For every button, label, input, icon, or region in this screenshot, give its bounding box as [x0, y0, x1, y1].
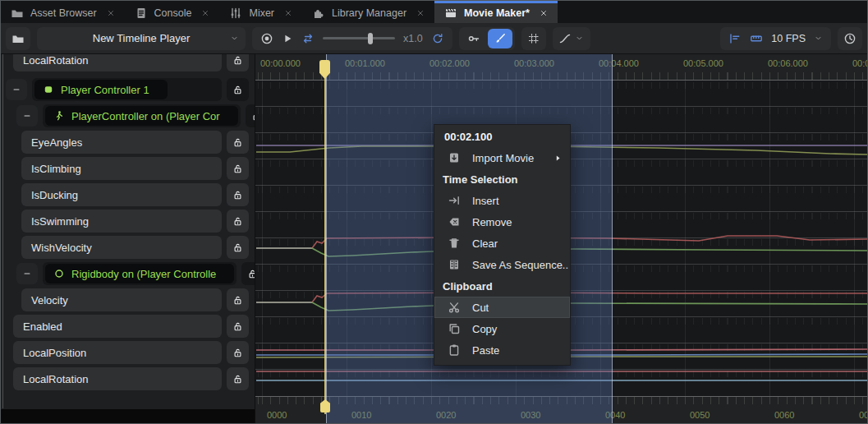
- lock-button[interactable]: [246, 104, 255, 127]
- frame-rate-group[interactable]: 10 FPS: [720, 27, 831, 50]
- track-row-isswimming[interactable]: IsSwimming: [21, 210, 249, 233]
- timeline-player-dropdown[interactable]: New Timeline Player: [37, 27, 246, 50]
- lock-button[interactable]: [227, 78, 249, 101]
- lock-button[interactable]: [227, 367, 249, 390]
- repeat-icon[interactable]: [301, 32, 315, 45]
- menu-item-label: Paste: [472, 344, 499, 357]
- property-track[interactable]: LocalPosition: [13, 341, 222, 364]
- close-tab-icon[interactable]: [201, 9, 209, 17]
- track-row-localposition[interactable]: LocalPosition: [13, 341, 249, 364]
- time-display-button[interactable]: [838, 27, 862, 50]
- track-row-isducking[interactable]: IsDucking: [21, 183, 249, 206]
- group-pill: Player Controller 1: [34, 80, 168, 99]
- close-tab-icon[interactable]: [284, 9, 292, 17]
- menu-section-clipboard: Clipboard: [434, 275, 570, 297]
- property-track[interactable]: IsDucking: [21, 183, 222, 206]
- close-tab-icon[interactable]: [416, 9, 425, 17]
- track-row-enabled[interactable]: Enabled: [13, 315, 249, 338]
- menu-item-import-movie[interactable]: Import Movie: [434, 147, 570, 168]
- menu-item-paste[interactable]: Paste: [434, 339, 570, 361]
- close-tab-icon[interactable]: [107, 9, 115, 17]
- unlock-icon: [232, 348, 243, 358]
- property-label: LocalRotation: [23, 373, 89, 385]
- lock-button[interactable]: [241, 262, 255, 285]
- movie-maker-window: Asset BrowserConsoleMixerLibrary Manager…: [0, 0, 868, 424]
- lock-button[interactable]: [227, 183, 249, 206]
- group-header[interactable]: PlayerController on (Player Cor: [43, 104, 241, 127]
- menu-item-copy[interactable]: Copy: [434, 318, 570, 339]
- property-track[interactable]: LocalRotation: [13, 54, 222, 71]
- menu-item-label: Clear: [472, 237, 498, 250]
- refresh-icon[interactable]: [431, 32, 444, 45]
- menu-item-cut[interactable]: Cut: [434, 297, 570, 318]
- property-track[interactable]: IsClimbing: [21, 157, 222, 180]
- lock-button[interactable]: [227, 288, 249, 311]
- group-label: Rigidbody on (Player Controlle: [71, 268, 216, 280]
- tab-movie-maker[interactable]: Movie Maker*: [434, 1, 558, 23]
- track-row-rigidbody-on-player-controlle[interactable]: Rigidbody on (Player Controlle: [16, 262, 249, 285]
- property-track[interactable]: Velocity: [21, 288, 222, 311]
- frame-label: 0070: [859, 410, 868, 420]
- track-panel-footer: [1, 409, 255, 423]
- menu-item-save-as-sequence[interactable]: Save As Sequence..: [434, 254, 570, 275]
- unlock-icon: [247, 269, 255, 279]
- time-label: 00:07.000: [852, 58, 868, 68]
- menu-item-insert[interactable]: Insert: [434, 190, 570, 211]
- collapse-button[interactable]: [16, 105, 38, 127]
- close-tab-icon[interactable]: [540, 9, 548, 17]
- track-row-wishvelocity[interactable]: WishVelocity: [21, 236, 249, 259]
- collapse-button[interactable]: [16, 263, 38, 284]
- track-row-eyeangles[interactable]: EyeAngles: [21, 131, 249, 154]
- track-row-player-controller-1[interactable]: Player Controller 1: [6, 78, 249, 101]
- lock-button[interactable]: [227, 236, 249, 259]
- file-text-icon: [135, 7, 148, 20]
- track-list-panel: LocalRotationPlayer Controller 1PlayerCo…: [1, 54, 255, 423]
- property-track[interactable]: LocalRotation: [13, 367, 222, 390]
- track-row-localrotation[interactable]: LocalRotation: [13, 54, 249, 71]
- minus-icon: [22, 269, 32, 279]
- ruler-icon: [750, 32, 763, 45]
- group-header[interactable]: Player Controller 1: [32, 78, 222, 101]
- unlock-icon: [232, 321, 243, 332]
- keyframe-mode-button[interactable]: [462, 29, 486, 48]
- paint-mode-button[interactable]: [488, 29, 512, 48]
- open-folder-button[interactable]: [6, 27, 30, 50]
- menu-item-clear[interactable]: Clear: [434, 233, 570, 254]
- playback-speed-slider[interactable]: [323, 33, 395, 44]
- property-track[interactable]: IsSwimming: [21, 210, 222, 233]
- property-track[interactable]: Enabled: [13, 315, 222, 338]
- clapper-icon: [444, 7, 457, 20]
- lock-button[interactable]: [227, 315, 249, 338]
- property-track[interactable]: WishVelocity: [21, 236, 222, 259]
- tab-console[interactable]: Console: [125, 1, 220, 23]
- track-row-localrotation[interactable]: LocalRotation: [13, 367, 249, 390]
- track-row-playercontroller-on-player-cor[interactable]: PlayerController on (Player Cor: [16, 104, 249, 127]
- tab-mixer[interactable]: Mixer: [219, 1, 302, 23]
- track-row-velocity[interactable]: Velocity: [21, 288, 249, 311]
- lock-button[interactable]: [227, 210, 249, 233]
- menu-item-remove[interactable]: Remove: [434, 211, 570, 233]
- collapse-button[interactable]: [6, 79, 27, 100]
- group-label: Player Controller 1: [61, 84, 149, 96]
- property-label: IsDucking: [31, 189, 78, 201]
- group-header[interactable]: Rigidbody on (Player Controlle: [43, 262, 237, 285]
- property-track[interactable]: EyeAngles: [21, 131, 222, 154]
- submenu-arrow-icon: [553, 154, 563, 163]
- tab-library-manager[interactable]: Library Manager: [302, 1, 434, 23]
- interpolation-button[interactable]: [553, 27, 590, 50]
- tab-asset-browser[interactable]: Asset Browser: [1, 1, 125, 23]
- track-row-isclimbing[interactable]: IsClimbing: [21, 157, 249, 180]
- frame-label: 0000: [267, 410, 287, 420]
- tab-label: Console: [154, 7, 192, 19]
- lock-button[interactable]: [227, 54, 249, 71]
- lock-button[interactable]: [227, 341, 249, 364]
- play-icon[interactable]: [282, 33, 293, 44]
- lock-button[interactable]: [227, 157, 249, 180]
- grid-snap-button[interactable]: [521, 27, 546, 50]
- menu-item-label: Copy: [472, 323, 497, 335]
- context-menu: 00:02.100Import MovieTime SelectionInser…: [434, 124, 571, 366]
- lock-button[interactable]: [227, 131, 249, 154]
- playback-controls: x1.0: [252, 27, 452, 50]
- record-icon[interactable]: [260, 32, 273, 45]
- chevron-down-icon: [575, 34, 584, 43]
